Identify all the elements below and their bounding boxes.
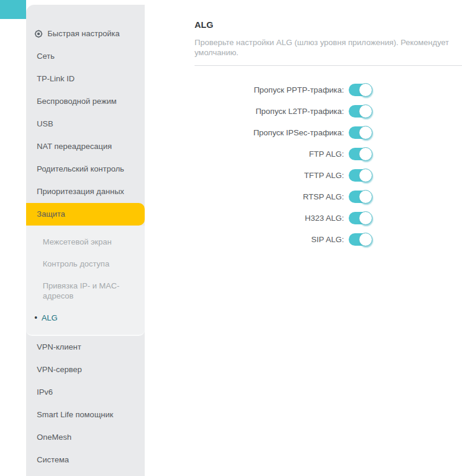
toggle-h323-alg[interactable]	[349, 212, 371, 224]
alg-settings-form: Пропуск PPTP-трафика: Пропуск L2TP-трафи…	[195, 79, 462, 250]
toggle-tftp-alg[interactable]	[349, 169, 371, 182]
divider	[195, 65, 462, 66]
sidebar-item-onemesh[interactable]: OneMesh	[26, 426, 145, 449]
sidebar-item-qos[interactable]: Приоритезация данных	[26, 180, 145, 203]
toggle-knob	[359, 211, 372, 225]
toggle-knob	[359, 126, 372, 139]
setting-row-ipsec: Пропуск IPSec-трафика:	[195, 122, 462, 143]
sidebar-item-ipv6[interactable]: IPv6	[26, 381, 145, 404]
sidebar-item-system[interactable]: Система	[26, 449, 145, 471]
toggle-rtsp-alg[interactable]	[349, 191, 371, 203]
page: Быстрая настройка Сеть TP-Link ID Беспро…	[0, 0, 462, 476]
toggle-sip-alg[interactable]	[349, 233, 371, 246]
setting-label: FTP ALG:	[195, 150, 344, 158]
sidebar-item-smart-life[interactable]: Smart Life помощник	[26, 404, 145, 426]
main-content: ALG Проверьте настройки ALG (шлюз уровня…	[145, 0, 462, 476]
setting-row-pptp: Пропуск PPTP-трафика:	[195, 79, 462, 100]
sidebar-item-usb[interactable]: USB	[26, 113, 145, 135]
submenu-item-label: ALG	[42, 313, 58, 322]
sidebar-item-vpn-server[interactable]: VPN-сервер	[26, 358, 145, 381]
sidebar-item-wireless[interactable]: Беспроводной режим	[26, 90, 145, 113]
description-line1: Проверьте настройки ALG (шлюз уровня при…	[195, 37, 462, 47]
sidebar-item-nat[interactable]: NAT переадресация	[26, 135, 145, 158]
toggle-l2tp-passthrough[interactable]	[349, 105, 371, 118]
sidebar-item-parental-control[interactable]: Родительский контроль	[26, 158, 145, 180]
sidebar-item-label: Быстрая настройка	[47, 23, 120, 45]
submenu-item-firewall[interactable]: Межсетевой экран	[26, 231, 145, 253]
setting-row-ftp: FTP ALG:	[195, 143, 462, 164]
toggle-knob	[359, 83, 372, 97]
toggle-knob	[359, 169, 372, 182]
toggle-pptp-passthrough[interactable]	[349, 84, 371, 96]
setting-row-h323: H323 ALG:	[195, 207, 462, 229]
setting-row-l2tp: Пропуск L2TP-трафика:	[195, 100, 462, 122]
setting-label: Пропуск IPSec-трафика:	[195, 128, 344, 137]
setting-row-rtsp: RTSP ALG:	[195, 186, 462, 207]
top-header-bar	[0, 0, 26, 19]
security-submenu: Межсетевой экран Контроль доступа Привяз…	[26, 226, 145, 336]
toggle-knob	[359, 147, 372, 161]
sidebar-item-quick-setup[interactable]: Быстрая настройка	[26, 23, 145, 45]
setting-label: Пропуск PPTP-трафика:	[195, 85, 344, 94]
setting-label: H323 ALG:	[195, 214, 344, 223]
submenu-item-access-control[interactable]: Контроль доступа	[26, 253, 145, 275]
setting-row-sip: SIP ALG:	[195, 229, 462, 250]
sidebar: Быстрая настройка Сеть TP-Link ID Беспро…	[26, 5, 145, 476]
setting-label: Пропуск L2TP-трафика:	[195, 107, 344, 116]
submenu-item-alg-active[interactable]: •ALG	[26, 307, 145, 329]
page-title: ALG	[195, 20, 462, 30]
toggle-knob	[359, 233, 372, 246]
toggle-ipsec-passthrough[interactable]	[349, 126, 371, 139]
setting-label: RTSP ALG:	[195, 192, 344, 201]
submenu-item-ip-mac-binding[interactable]: Привязка IP- и MAC-адресов	[26, 275, 145, 307]
sidebar-item-security-active[interactable]: Защита	[26, 203, 145, 226]
toggle-ftp-alg[interactable]	[349, 148, 371, 160]
active-bullet-icon: •	[34, 313, 37, 322]
setting-row-tftp: TFTP ALG:	[195, 164, 462, 186]
sidebar-item-network[interactable]: Сеть	[26, 45, 145, 68]
toggle-knob	[359, 104, 372, 118]
page-description: Проверьте настройки ALG (шлюз уровня при…	[195, 37, 462, 58]
sidebar-item-tplink-id[interactable]: TP-Link ID	[26, 68, 145, 90]
gear-icon	[34, 29, 43, 39]
description-line2: умолчанию.	[195, 47, 462, 58]
setting-label: TFTP ALG:	[195, 171, 344, 180]
toggle-knob	[359, 190, 372, 204]
setting-label: SIP ALG:	[195, 235, 344, 244]
sidebar-item-vpn-client[interactable]: VPN-клиент	[26, 336, 145, 358]
